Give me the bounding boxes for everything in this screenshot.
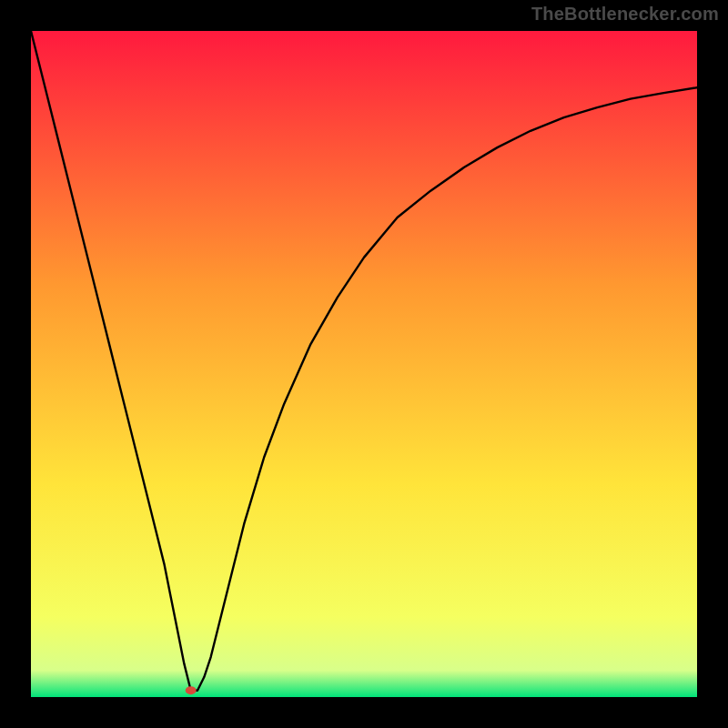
chart-svg [31, 31, 697, 697]
gradient-background [31, 31, 697, 697]
plot-area [31, 31, 697, 697]
chart-frame: TheBottlenecker.com [0, 0, 728, 728]
attribution-text: TheBottlenecker.com [531, 4, 719, 25]
optimum-marker [186, 686, 197, 694]
